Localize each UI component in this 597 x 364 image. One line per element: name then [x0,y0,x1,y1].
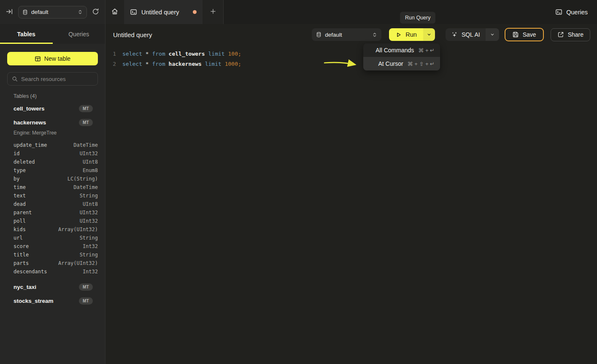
menu-item-shortcut: ⌘ + ↵ [418,47,435,54]
share-button[interactable]: Share [551,28,590,41]
engine-badge: MT [79,105,93,112]
new-table-label: New table [44,55,70,62]
column-row: deadUInt8 [14,200,98,208]
run-menu-item-all-commands[interactable]: All Commands⌘ + ↵ [363,43,440,57]
column-name: time [14,184,26,190]
play-icon [395,32,402,38]
run-menu-item-at-cursor[interactable]: At Cursor⌘ + ⇧ + ↵ [363,57,440,70]
column-type: UInt8 [83,201,98,207]
home-icon [111,8,119,16]
column-name: kids [14,226,26,232]
column-row: idUInt32 [14,149,98,158]
engine-badge: MT [79,283,93,291]
table-item-stocks_stream[interactable]: stocks_streamMT [7,294,98,308]
menu-item-label: All Commands [375,47,414,54]
save-button[interactable]: Save [505,28,544,41]
code-text: select * from hackernews limit 1000; [122,61,241,67]
search-box [7,72,98,86]
collapse-sidebar-button[interactable] [6,8,13,16]
collapse-sidebar-icon [6,8,13,16]
tab-strip: Untitled query [105,0,224,24]
column-type: DateTime [73,184,98,190]
toolbar-database-selector[interactable]: default [312,28,381,41]
column-name: title [14,252,29,258]
unsaved-changes-dot [193,10,197,14]
column-name: descendants [14,269,47,275]
column-row: parentUInt32 [14,208,98,217]
sidebar-header: default [0,0,105,24]
column-row: timeDateTime [14,183,98,191]
table-name: nyc_taxi [14,284,36,290]
search-icon [12,76,18,82]
toolbar-database-value: default [325,32,369,38]
column-row: kidsArray(UInt32) [14,225,98,234]
column-name: dead [14,201,26,207]
table-icon [35,56,41,62]
column-row: urlString [14,234,98,242]
tables-list: cell_towersMThackernewsMTEngine: MergeTr… [7,102,98,308]
chevron-down-icon [427,32,432,37]
column-type: Int32 [83,269,98,275]
terminal-icon [555,8,562,16]
save-button-label: Save [523,31,536,38]
sql-editor[interactable]: 1select * from cell_towers limit 100;2se… [106,45,597,364]
sidebar-tab-queries[interactable]: Queries [53,24,105,44]
topbar-spacer [224,0,546,24]
menu-item-label: At Cursor [378,60,403,67]
column-name: deleted [14,159,35,165]
menu-item-shortcut: ⌘ + ⇧ + ↵ [408,61,435,67]
sql-ai-button-group: SQL AI [446,28,499,41]
column-name: score [14,243,29,249]
column-type: UInt32 [80,218,98,224]
sparkles-icon [451,31,458,38]
table-name: stocks_stream [14,298,54,304]
refresh-icon [92,8,99,16]
column-name: parts [14,260,29,266]
column-type: DateTime [73,142,98,148]
table-item-cell_towers[interactable]: cell_towersMT [7,102,98,116]
search-input[interactable] [21,76,96,82]
chevron-down-icon [490,32,495,37]
database-icon [22,9,28,15]
table-item-nyc_taxi[interactable]: nyc_taxiMT [7,280,98,294]
table-name: cell_towers [14,105,45,112]
run-button[interactable]: Run [389,28,423,41]
run-options-button[interactable] [423,28,435,41]
home-button[interactable] [105,0,124,24]
database-selector[interactable]: default [18,6,87,19]
editor-line: 2select * from hackernews limit 1000; [106,59,597,69]
column-name: parent [14,210,32,216]
column-type: Array(UInt32) [58,260,98,266]
run-options-menu: All Commands⌘ + ↵At Cursor⌘ + ⇧ + ↵ [363,43,440,70]
table-item-hackernews[interactable]: hackernewsMT [7,116,98,129]
column-type: Int32 [83,243,98,249]
column-row: scoreInt32 [14,242,98,251]
active-tab-underline [0,43,53,44]
database-selector-value: default [31,9,74,15]
column-name: text [14,193,26,199]
column-type: UInt32 [80,151,98,156]
column-row: pollUInt32 [14,217,98,225]
share-icon [557,31,564,38]
line-number: 1 [106,51,116,57]
chevron-updown-icon [78,9,83,15]
query-toolbar: Untitled query default Run [105,24,597,45]
save-icon [512,31,519,38]
sql-ai-label: SQL AI [462,31,480,38]
column-type: String [80,193,98,199]
new-tab-button[interactable] [203,0,223,24]
sql-ai-options-button[interactable] [486,28,499,41]
column-name: url [14,235,23,241]
queries-button[interactable]: Queries [546,0,597,24]
query-title: Untitled query [113,31,152,38]
column-row: descendantsInt32 [14,267,98,276]
refresh-button[interactable] [92,8,99,16]
new-table-button[interactable]: New table [7,52,98,65]
sql-ai-button[interactable]: SQL AI [446,28,486,41]
query-tab[interactable]: Untitled query [124,0,203,24]
column-row: textString [14,191,98,200]
engine-badge: MT [79,297,93,305]
sidebar-tab-tables[interactable]: Tables [0,24,53,44]
table-name: hackernews [14,119,46,126]
engine-badge: MT [79,119,93,126]
